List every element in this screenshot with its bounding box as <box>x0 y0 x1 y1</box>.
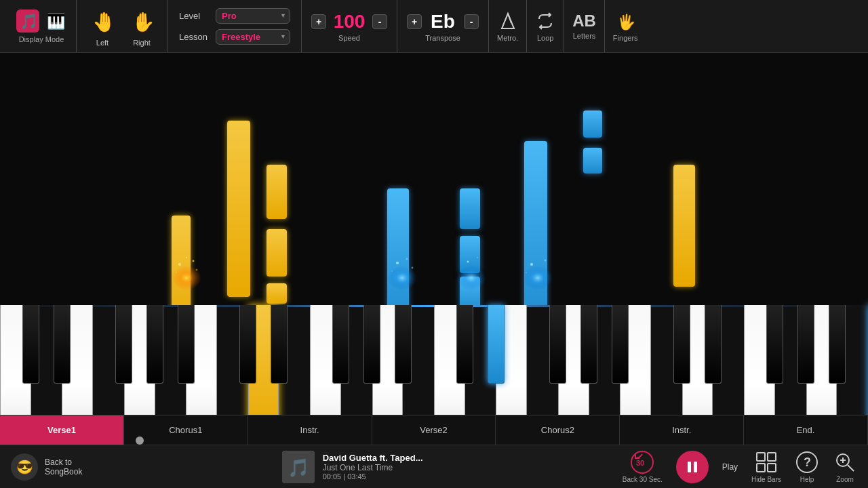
back-30-icon: 30 <box>630 450 654 474</box>
svg-line-40 <box>848 465 854 471</box>
play-label[interactable]: Play <box>722 462 738 472</box>
speed-plus-button[interactable]: + <box>311 14 326 29</box>
left-hand-label: Left <box>96 39 108 47</box>
back-30-label: Back 30 Sec. <box>623 476 663 483</box>
svg-text:🎹: 🎹 <box>47 12 64 30</box>
right-hand-button[interactable]: ✋ Right <box>127 6 157 47</box>
svg-point-22 <box>530 263 533 266</box>
black-key-5[interactable] <box>178 305 195 384</box>
sparkle-blue-3 <box>514 244 561 291</box>
speed-value: 100 <box>329 11 370 33</box>
right-hand-label: Right <box>133 39 151 47</box>
lesson-label: Lesson <box>179 32 210 42</box>
fingers-icon: 🖐 <box>615 11 635 31</box>
speed-control: + 100 - <box>311 11 387 33</box>
svg-point-8 <box>178 263 181 266</box>
sparkle-blue-2 <box>448 244 495 291</box>
svg-text:😎: 😎 <box>16 459 33 475</box>
display-mode-icon-2[interactable]: 🎹 <box>43 9 66 33</box>
speed-section: + 100 - Speed <box>302 0 397 52</box>
black-key-0[interactable] <box>22 305 39 384</box>
back-to-songbook-button[interactable]: 😎 Back to SongBook <box>11 453 82 481</box>
black-key-10[interactable] <box>332 305 349 384</box>
svg-text:🎵: 🎵 <box>20 12 37 30</box>
black-key-4[interactable] <box>146 305 163 384</box>
black-key-14[interactable] <box>456 305 473 384</box>
right-hand-icon: ✋ <box>127 6 157 36</box>
fingers-label: Fingers <box>613 34 638 42</box>
level-row: Level Pro Beginner Intermediate <box>179 8 290 24</box>
svg-rect-36 <box>768 464 776 472</box>
black-key-3[interactable] <box>115 305 132 384</box>
letters-label: Letters <box>573 32 596 40</box>
back-line2: SongBook <box>45 467 82 476</box>
svg-rect-31 <box>688 462 691 472</box>
black-key-25[interactable] <box>797 305 814 384</box>
black-key-12[interactable] <box>395 305 412 384</box>
songbook-avatar: 😎 <box>11 453 38 481</box>
transpose-plus-button[interactable]: + <box>407 14 422 29</box>
back-30-sec-button[interactable]: 30 Back 30 Sec. <box>623 450 663 483</box>
transpose-minus-button[interactable]: - <box>464 14 479 29</box>
svg-point-24 <box>526 272 527 273</box>
transpose-label: Transpose <box>425 34 460 42</box>
section-tab-instr[interactable]: Instr. <box>248 415 372 445</box>
display-mode-icon-1[interactable]: 🎵 <box>16 9 39 33</box>
svg-point-11 <box>196 269 198 271</box>
section-tab-verse2[interactable]: Verse2 <box>372 415 496 445</box>
help-button[interactable]: ? Help <box>795 450 819 483</box>
progress-dot[interactable] <box>136 436 144 445</box>
zoom-icon <box>833 450 857 474</box>
metro-icon <box>498 11 518 31</box>
black-key-21[interactable] <box>673 305 690 384</box>
play-pause-button[interactable] <box>676 451 709 483</box>
note-blue-6 <box>583 110 602 138</box>
zoom-button[interactable]: Zoom <box>833 450 857 483</box>
black-key-8[interactable] <box>271 305 288 384</box>
svg-point-19 <box>467 261 469 263</box>
zoom-label: Zoom <box>836 476 854 483</box>
black-key-19[interactable] <box>612 305 629 384</box>
section-tab-instr[interactable]: Instr. <box>620 415 744 445</box>
section-tab-end[interactable]: End. <box>744 415 868 445</box>
metro-button[interactable]: Metro. <box>489 0 527 52</box>
level-select[interactable]: Pro Beginner Intermediate <box>216 8 290 24</box>
lesson-row: Lesson Freestyle Lesson 1 Lesson 2 <box>179 29 290 45</box>
black-key-15[interactable] <box>488 305 505 384</box>
section-tab-chorus2[interactable]: Chorus2 <box>496 415 620 445</box>
piano-roll <box>0 53 868 305</box>
black-key-1[interactable] <box>54 305 71 384</box>
black-key-26[interactable] <box>829 305 846 384</box>
letters-icon: AB <box>572 13 596 29</box>
hand-section: 🤚 Left ✋ Right <box>77 0 168 52</box>
black-key-17[interactable] <box>549 305 566 384</box>
song-subtitle: Just One Last Time <box>323 463 423 472</box>
letters-button[interactable]: AB Letters <box>564 0 605 52</box>
song-time: 00:05 | 03:45 <box>323 472 423 481</box>
back-label: Back to SongBook <box>45 458 82 476</box>
black-key-11[interactable] <box>363 305 380 384</box>
lesson-select[interactable]: Freestyle Lesson 1 Lesson 2 <box>216 29 290 45</box>
loop-button[interactable]: Loop <box>527 0 564 52</box>
left-hand-button[interactable]: 🤚 Left <box>87 6 117 47</box>
black-key-24[interactable] <box>766 305 783 384</box>
hide-bars-button[interactable]: Hide Bars <box>751 450 781 483</box>
song-thumbnail: 🎵 <box>282 451 315 483</box>
speed-label: Speed <box>338 34 360 42</box>
black-key-7[interactable] <box>239 305 256 384</box>
metro-label: Metro. <box>497 34 518 42</box>
note-blue-7 <box>583 148 602 174</box>
note-yellow-6 <box>673 165 695 287</box>
svg-point-14 <box>396 262 399 264</box>
svg-rect-32 <box>694 462 697 472</box>
speed-minus-button[interactable]: - <box>372 14 387 29</box>
black-key-18[interactable] <box>580 305 597 384</box>
svg-text:?: ? <box>804 455 811 469</box>
svg-point-20 <box>477 257 478 258</box>
fingers-button[interactable]: 🖐 Fingers <box>605 0 646 52</box>
svg-point-16 <box>391 270 393 272</box>
bottom-controls: 30 Back 30 Sec. Play <box>623 450 857 483</box>
song-info-section: 🎵 David Guetta ft. Taped... Just One Las… <box>93 451 611 483</box>
black-key-22[interactable] <box>705 305 722 384</box>
song-details: David Guetta ft. Taped... Just One Last … <box>323 453 423 481</box>
